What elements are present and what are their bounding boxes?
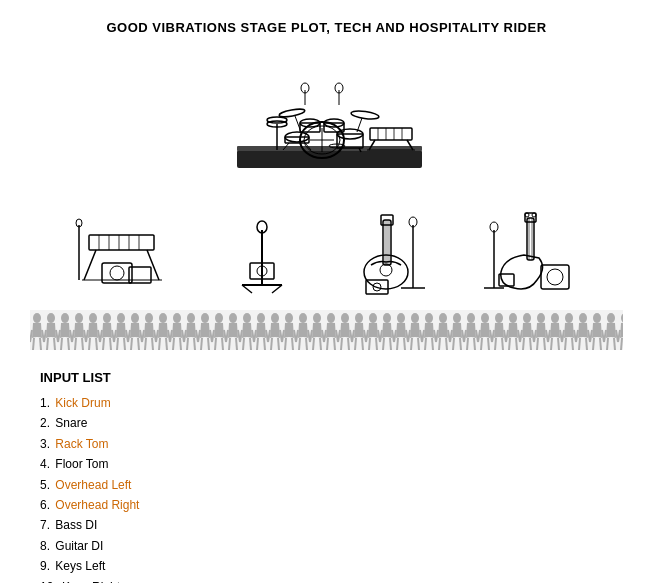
input-item-number: 10.: [40, 580, 57, 583]
input-item-number: 5.: [40, 478, 50, 492]
audience-silhouette: [30, 310, 623, 350]
instruments-row: [30, 210, 623, 295]
mic-stand: [232, 215, 292, 295]
svg-rect-25: [370, 128, 412, 140]
page-title: GOOD VIBRATIONS STAGE PLOT, TECH AND HOS…: [30, 20, 623, 35]
svg-rect-71: [527, 218, 534, 260]
input-list-item: 6. Overhead Right: [40, 495, 613, 515]
input-list-item: 1. Kick Drum: [40, 393, 613, 413]
svg-point-48: [110, 266, 124, 280]
input-list-item: 3. Rack Tom: [40, 434, 613, 454]
input-item-number: 8.: [40, 539, 50, 553]
svg-line-55: [272, 285, 282, 293]
input-list-item: 9. Keys Left: [40, 556, 613, 576]
input-item-number: 6.: [40, 498, 50, 512]
svg-point-13: [278, 108, 305, 118]
input-item-number: 9.: [40, 559, 50, 573]
svg-point-59: [364, 255, 408, 289]
input-list-title: INPUT LIST: [40, 370, 613, 385]
svg-line-44: [84, 250, 96, 280]
input-list-section: INPUT LIST 1. Kick Drum2. Snare3. Rack T…: [30, 370, 623, 583]
svg-point-15: [350, 110, 379, 121]
svg-point-78: [547, 269, 563, 285]
svg-rect-22: [337, 134, 363, 148]
input-list-item: 2. Snare: [40, 413, 613, 433]
svg-point-65: [380, 264, 392, 276]
svg-rect-89: [30, 310, 623, 350]
audience-svg: [30, 310, 623, 350]
input-list-item: 4. Floor Tom: [40, 454, 613, 474]
input-item-number: 1.: [40, 396, 50, 410]
svg-line-45: [147, 250, 159, 280]
input-list-item: 10. Keys Right: [40, 577, 613, 583]
input-list: 1. Kick Drum2. Snare3. Rack Tom4. Floor …: [40, 393, 613, 583]
keys-instrument: [74, 215, 184, 295]
input-list-item: 5. Overhead Left: [40, 475, 613, 495]
input-list-item: 8. Guitar DI: [40, 536, 613, 556]
bass-instrument: [479, 210, 579, 295]
input-item-number: 7.: [40, 518, 50, 532]
input-item-number: 3.: [40, 437, 50, 451]
input-list-item: 7. Bass DI: [40, 515, 613, 535]
stage-svg: [217, 50, 437, 190]
input-item-number: 2.: [40, 416, 50, 430]
svg-line-54: [242, 285, 252, 293]
guitar-instrument: [341, 210, 431, 295]
input-item-number: 4.: [40, 457, 50, 471]
stage-area: [30, 50, 623, 190]
